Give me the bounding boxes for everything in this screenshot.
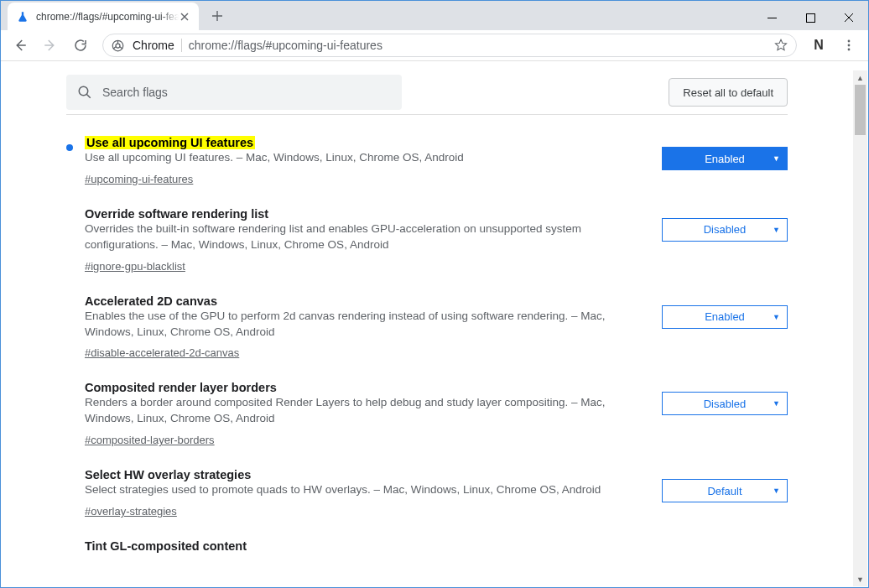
search-placeholder: Search flags — [102, 86, 168, 99]
flag-body: Accelerated 2D canvasEnables the use of … — [85, 294, 662, 361]
flask-icon — [16, 10, 29, 23]
flag-body: Select HW overlay strategiesSelect strat… — [85, 467, 662, 518]
search-icon — [77, 85, 92, 100]
flag-title: Select HW overlay strategies — [85, 468, 251, 481]
flag-row: Tint GL-composited content — [66, 518, 788, 554]
flag-select[interactable]: Disabled▼ — [662, 218, 788, 242]
extension-icon[interactable]: N — [805, 33, 832, 58]
svg-point-3 — [848, 40, 851, 43]
flag-anchor-link[interactable]: #overlay-strategies — [85, 505, 177, 518]
flag-description: Use all upcoming UI features. – Mac, Win… — [85, 150, 642, 166]
bookmark-star-icon[interactable] — [774, 39, 788, 52]
scroll-thumb[interactable] — [855, 85, 866, 135]
flag-select-value: Disabled — [704, 223, 747, 236]
svg-point-5 — [848, 49, 851, 51]
flag-control — [662, 539, 788, 554]
back-button[interactable] — [7, 33, 34, 58]
chevron-down-icon: ▼ — [773, 226, 780, 234]
flag-title: Composited render layer borders — [85, 381, 277, 394]
flag-body: Composited render layer bordersRenders a… — [85, 380, 662, 447]
address-bar[interactable]: Chrome chrome://flags/#upcoming-ui-featu… — [102, 34, 797, 57]
flag-select[interactable]: Default▼ — [662, 479, 788, 502]
minimize-button[interactable] — [752, 1, 791, 34]
close-icon[interactable] — [179, 11, 190, 23]
modified-dot — [66, 539, 85, 554]
reset-all-button[interactable]: Reset all to default — [669, 78, 788, 107]
chevron-down-icon: ▼ — [773, 487, 780, 495]
flag-select-value: Enabled — [705, 153, 745, 165]
flag-row: Override software rendering listOverride… — [66, 186, 788, 273]
search-input[interactable]: Search flags — [66, 75, 402, 110]
url-text: chrome://flags/#upcoming-ui-features — [189, 39, 382, 52]
flag-control: Disabled▼ — [662, 380, 788, 447]
flag-control: Enabled▼ — [662, 135, 788, 186]
flag-row: Accelerated 2D canvasEnables the use of … — [66, 273, 788, 361]
extension-letter: N — [814, 38, 824, 53]
flag-anchor-link[interactable]: #composited-layer-borders — [85, 434, 215, 446]
flag-title: Override software rendering list — [85, 207, 268, 221]
chevron-down-icon: ▼ — [773, 399, 780, 408]
browser-toolbar: Chrome chrome://flags/#upcoming-ui-featu… — [1, 30, 868, 61]
flag-row: Composited render layer bordersRenders a… — [66, 360, 788, 447]
scroll-down-icon[interactable]: ▼ — [853, 572, 867, 586]
flag-description: Select strategies used to promote quads … — [85, 482, 642, 498]
maximize-button[interactable] — [791, 1, 830, 34]
flags-header: Search flags Reset all to default — [66, 70, 788, 115]
window-controls — [752, 1, 868, 34]
flag-body: Tint GL-composited content — [85, 539, 662, 554]
flag-title: Use all upcoming UI features — [85, 136, 255, 149]
flag-title: Accelerated 2D canvas — [85, 294, 217, 308]
flag-control: Default▼ — [662, 467, 788, 518]
menu-button[interactable] — [835, 33, 862, 58]
url-scheme-label: Chrome — [133, 39, 174, 52]
chevron-down-icon: ▼ — [773, 313, 780, 321]
scroll-up-icon[interactable]: ▲ — [853, 70, 867, 85]
flag-description: Enables the use of the GPU to perform 2d… — [85, 309, 642, 341]
flag-description: Overrides the built-in software renderin… — [85, 221, 642, 253]
flag-select-value: Default — [707, 485, 742, 497]
flag-title: Tint GL-composited content — [85, 539, 247, 553]
scroll-track[interactable] — [853, 85, 867, 572]
modified-dot — [66, 206, 85, 273]
flag-control: Disabled▼ — [662, 206, 788, 273]
flags-list: Use all upcoming UI featuresUse all upco… — [66, 115, 788, 554]
flag-select[interactable]: Enabled▼ — [662, 305, 788, 329]
modified-dot — [66, 467, 85, 518]
chrome-scheme-icon — [112, 39, 124, 52]
vertical-scrollbar[interactable]: ▲ ▼ — [853, 70, 867, 586]
new-tab-button[interactable] — [206, 4, 229, 28]
flag-anchor-link[interactable]: #ignore-gpu-blacklist — [85, 260, 185, 273]
svg-point-4 — [848, 44, 851, 47]
flag-row: Use all upcoming UI featuresUse all upco… — [66, 115, 788, 186]
flag-body: Use all upcoming UI featuresUse all upco… — [85, 135, 662, 186]
page-viewport: Search flags Reset all to default Use al… — [2, 70, 867, 586]
forward-button — [37, 33, 64, 58]
svg-point-2 — [116, 44, 120, 48]
flag-anchor-link[interactable]: #upcoming-ui-features — [85, 173, 193, 185]
flag-body: Override software rendering listOverride… — [85, 206, 662, 273]
flag-control: Enabled▼ — [662, 294, 788, 361]
flag-select-value: Enabled — [705, 310, 745, 323]
modified-dot — [66, 135, 85, 186]
omnibox-separator — [181, 39, 182, 52]
close-window-button[interactable] — [830, 1, 868, 34]
flag-row: Select HW overlay strategiesSelect strat… — [66, 447, 788, 518]
flag-select[interactable]: Enabled▼ — [662, 147, 788, 170]
tab-title: chrome://flags/#upcoming-ui-features — [36, 11, 179, 23]
reset-all-label: Reset all to default — [683, 86, 773, 99]
chevron-down-icon: ▼ — [773, 154, 780, 163]
flag-anchor-link[interactable]: #disable-accelerated-2d-canvas — [85, 346, 239, 359]
svg-point-6 — [79, 86, 88, 96]
tab-strip: chrome://flags/#upcoming-ui-features — [1, 1, 868, 30]
modified-dot — [66, 380, 85, 447]
flag-description: Renders a border around composited Rende… — [85, 395, 642, 427]
reload-button[interactable] — [67, 33, 94, 58]
svg-rect-0 — [806, 13, 814, 22]
flag-select-value: Disabled — [704, 398, 747, 410]
flag-select[interactable]: Disabled▼ — [662, 392, 788, 415]
modified-dot — [66, 294, 85, 361]
browser-tab[interactable]: chrome://flags/#upcoming-ui-features — [8, 3, 199, 30]
